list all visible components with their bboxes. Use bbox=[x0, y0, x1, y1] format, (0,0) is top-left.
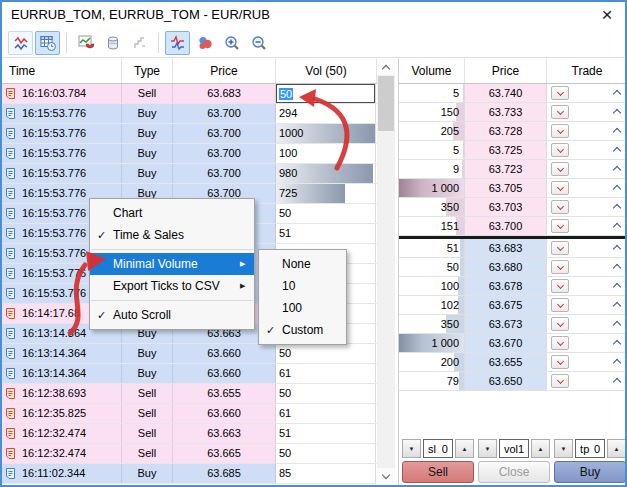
buy-at-price-button[interactable] bbox=[613, 283, 621, 291]
buy-at-price-button[interactable] bbox=[613, 185, 621, 193]
scrollbar-thumb[interactable] bbox=[378, 76, 394, 131]
buy-at-price-button[interactable] bbox=[613, 264, 621, 272]
buy-at-price-button[interactable] bbox=[613, 321, 621, 329]
charts-icon[interactable] bbox=[8, 31, 33, 55]
sell-at-price-button[interactable] bbox=[551, 336, 569, 350]
menu-item-auto-scroll[interactable]: ✓Auto Scroll bbox=[90, 304, 254, 326]
table-row[interactable]: 16:13:14.364Buy63.66061 bbox=[2, 364, 377, 384]
table-row[interactable]: 16:16:03.784Sell63.68350 bbox=[2, 84, 377, 104]
table-row[interactable]: 16:12:32.474Sell63.66351 bbox=[2, 424, 377, 444]
sell-button[interactable]: Sell bbox=[402, 461, 474, 483]
sell-at-price-button[interactable] bbox=[551, 86, 569, 100]
table-row[interactable]: 16:13:14.364Buy63.66050 bbox=[2, 344, 377, 364]
depth-row[interactable]: 20563.728 bbox=[399, 122, 627, 141]
sl-value[interactable]: 0 bbox=[442, 443, 448, 455]
increase-sl-button[interactable]: ▲ bbox=[455, 439, 474, 458]
buy-at-price-button[interactable] bbox=[613, 90, 621, 98]
sell-at-price-button[interactable] bbox=[551, 124, 569, 138]
table-row[interactable]: 16:15:53.776Buy63.700294 bbox=[2, 104, 377, 124]
depth-row[interactable]: 20063.655 bbox=[399, 353, 627, 372]
column-header-volume[interactable]: Vol (50) bbox=[276, 58, 377, 83]
zoom-out-icon[interactable] bbox=[246, 31, 271, 55]
chart-magnet-icon[interactable] bbox=[73, 31, 98, 55]
depth-row[interactable]: 5163.683 bbox=[399, 239, 627, 258]
depth-row[interactable]: 963.723 bbox=[399, 160, 627, 179]
sell-at-price-button[interactable] bbox=[551, 260, 569, 274]
sell-at-price-button[interactable] bbox=[551, 181, 569, 195]
sell-at-price-button[interactable] bbox=[551, 279, 569, 293]
decrease-vol-button[interactable]: ▼ bbox=[478, 439, 497, 458]
scrollbar[interactable] bbox=[377, 58, 395, 485]
column-header-time[interactable]: Time bbox=[2, 58, 122, 83]
menu-item-export-ticks-to-csv[interactable]: Export Ticks to CSV▶ bbox=[90, 275, 254, 297]
column-header-volume[interactable]: Volume bbox=[399, 58, 465, 83]
column-header-trade[interactable]: Trade bbox=[547, 58, 627, 83]
buy-at-price-button[interactable] bbox=[613, 340, 621, 348]
menu-item-10[interactable]: 10 bbox=[259, 275, 346, 297]
sell-at-price-button[interactable] bbox=[551, 219, 569, 233]
sell-at-price-button[interactable] bbox=[551, 374, 569, 388]
depth-row[interactable]: 563.740 bbox=[399, 84, 627, 103]
buy-at-price-button[interactable] bbox=[613, 204, 621, 212]
menu-item-minimal-volume[interactable]: Minimal Volume▶ bbox=[90, 253, 254, 275]
menu-item-100[interactable]: 100 bbox=[259, 297, 346, 319]
close-button[interactable]: Close bbox=[478, 461, 550, 483]
column-header-price[interactable]: Price bbox=[173, 58, 276, 83]
buy-at-price-button[interactable] bbox=[613, 378, 621, 386]
menu-item-time-sales[interactable]: ✓Time & Sales bbox=[90, 224, 254, 246]
depth-of-market-icon[interactable] bbox=[100, 31, 125, 55]
sell-at-price-button[interactable] bbox=[551, 105, 569, 119]
scroll-up-icon[interactable] bbox=[377, 58, 395, 75]
sell-at-price-button[interactable] bbox=[551, 162, 569, 176]
menu-item-none[interactable]: None bbox=[259, 253, 346, 275]
depth-row[interactable]: 1 00063.670 bbox=[399, 334, 627, 353]
buy-at-price-button[interactable] bbox=[613, 147, 621, 155]
buy-at-price-button[interactable] bbox=[613, 245, 621, 253]
table-row[interactable]: 16:12:35.825Sell63.66061 bbox=[2, 404, 377, 424]
time-and-sales-icon[interactable] bbox=[35, 31, 60, 55]
decrease-sl-button[interactable]: ▼ bbox=[402, 439, 421, 458]
depth-row[interactable]: 10263.675 bbox=[399, 296, 627, 315]
sell-at-price-button[interactable] bbox=[551, 298, 569, 312]
depth-row[interactable]: 15063.733 bbox=[399, 103, 627, 122]
buy-at-price-button[interactable] bbox=[613, 128, 621, 136]
buy-at-price-button[interactable] bbox=[613, 166, 621, 174]
decrease-tp-button[interactable]: ▼ bbox=[554, 439, 573, 458]
depth-row[interactable]: 563.725 bbox=[399, 141, 627, 160]
steps-icon[interactable] bbox=[127, 31, 152, 55]
buy-at-price-button[interactable] bbox=[613, 223, 621, 231]
depth-row[interactable]: 7963.650 bbox=[399, 372, 627, 391]
sell-at-price-button[interactable] bbox=[551, 200, 569, 214]
increase-vol-button[interactable]: ▲ bbox=[531, 439, 550, 458]
depth-row[interactable]: 10063.678 bbox=[399, 277, 627, 296]
table-row[interactable]: 16:12:32.474Sell63.66550 bbox=[2, 444, 377, 464]
zoom-in-icon[interactable] bbox=[219, 31, 244, 55]
sell-at-price-button[interactable] bbox=[551, 317, 569, 331]
depth-row[interactable]: 1 00063.705 bbox=[399, 179, 627, 198]
scroll-down-icon[interactable] bbox=[377, 468, 395, 485]
depth-row[interactable]: 5063.680 bbox=[399, 258, 627, 277]
sell-at-price-button[interactable] bbox=[551, 355, 569, 369]
min-volume-input[interactable]: 50 bbox=[276, 84, 375, 103]
column-header-price[interactable]: Price bbox=[465, 58, 547, 83]
tick-chart-icon[interactable] bbox=[165, 31, 190, 55]
tp-value[interactable]: 0 bbox=[594, 443, 600, 455]
column-header-type[interactable]: Type bbox=[122, 58, 173, 83]
menu-item-chart[interactable]: Chart bbox=[90, 202, 254, 224]
bubbles-icon[interactable] bbox=[192, 31, 217, 55]
buy-at-price-button[interactable] bbox=[613, 302, 621, 310]
close-icon[interactable]: × bbox=[595, 3, 619, 27]
sell-at-price-button[interactable] bbox=[551, 241, 569, 255]
buy-at-price-button[interactable] bbox=[613, 359, 621, 367]
table-row[interactable]: 16:12:38.693Sell63.65550 bbox=[2, 384, 377, 404]
buy-at-price-button[interactable] bbox=[613, 109, 621, 117]
vol-value[interactable]: 1 bbox=[518, 443, 524, 455]
table-row[interactable]: 16:15:53.776Buy63.700100 bbox=[2, 144, 377, 164]
depth-row[interactable]: 15163.700 bbox=[399, 217, 627, 236]
depth-row[interactable]: 35063.673 bbox=[399, 315, 627, 334]
depth-row[interactable]: 35063.703 bbox=[399, 198, 627, 217]
increase-tp-button[interactable]: ▲ bbox=[607, 439, 626, 458]
table-row[interactable]: 16:15:53.776Buy63.7001000 bbox=[2, 124, 377, 144]
menu-item-custom[interactable]: ✓Custom bbox=[259, 319, 346, 341]
table-row[interactable]: 16:15:53.776Buy63.700980 bbox=[2, 164, 377, 184]
